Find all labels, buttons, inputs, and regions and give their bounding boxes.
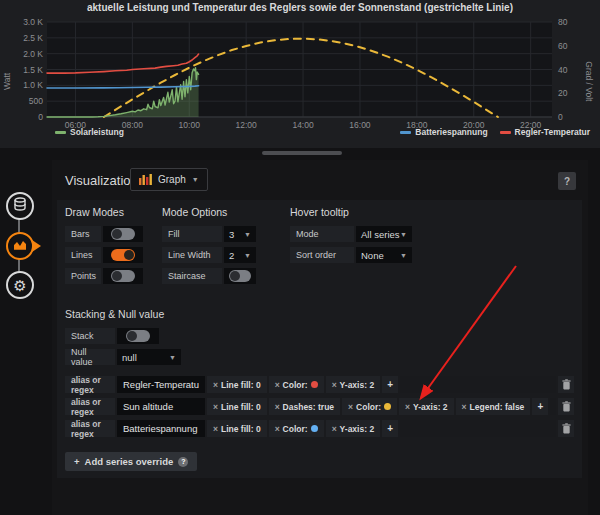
viz-type-picker[interactable]: Graph ▼ <box>130 168 208 191</box>
legend-item-batteriespannung[interactable]: Batteriespannung <box>400 127 487 137</box>
line-width-select[interactable]: 2▼ <box>224 247 256 263</box>
override-tag-dashes-true[interactable]: ×Dashes: true <box>269 398 340 415</box>
add-override-option-button[interactable]: + <box>382 376 398 393</box>
legend-marker-icon <box>55 131 66 134</box>
override-tag-color[interactable]: ×Color: <box>269 376 324 393</box>
add-series-override-button[interactable]: + Add series override ? <box>65 452 197 471</box>
legend-item-regler-temperatur[interactable]: Regler-Temperatur <box>500 127 590 137</box>
override-tag-label: Y-axis: 2 <box>413 402 448 412</box>
override-tag-color[interactable]: ×Color: <box>269 420 324 437</box>
visualization-editor: Visualization Graph ▼ ? Draw ModesBarsLi… <box>52 160 588 515</box>
label-staircase: Staircase <box>162 268 222 284</box>
override-row-regler-temperatur: alias or regex×Line fill: 0×Color:×Y-axi… <box>65 376 574 393</box>
svg-text:0: 0 <box>38 112 43 122</box>
remove-icon[interactable]: × <box>275 402 280 412</box>
alias-or-regex-label: alias or regex <box>65 376 115 393</box>
override-tag-label: Y-axis: 2 <box>340 424 375 434</box>
svg-text:500: 500 <box>29 96 43 106</box>
delete-override-button[interactable] <box>558 376 574 393</box>
points-toggle[interactable] <box>111 270 135 282</box>
add-override-option-button[interactable]: + <box>382 420 398 437</box>
null-value-select[interactable]: null▼ <box>117 349 181 365</box>
form-row-lines: Lines <box>65 247 143 263</box>
form-row-points: Points <box>65 268 143 284</box>
lines-toggle[interactable] <box>111 249 135 261</box>
override-tag-label: Dashes: true <box>283 402 335 412</box>
remove-icon[interactable]: × <box>275 424 280 434</box>
help-circle-icon: ? <box>178 457 188 467</box>
label-mode: Mode <box>290 226 354 242</box>
form-row-staircase: Staircase <box>162 268 256 284</box>
remove-icon[interactable]: × <box>275 380 280 390</box>
remove-icon[interactable]: × <box>348 402 353 412</box>
form-row-bars: Bars <box>65 226 143 242</box>
chevron-down-icon: ▼ <box>192 176 199 183</box>
general-settings-tab[interactable]: ⚙ <box>6 271 34 299</box>
remove-icon[interactable]: × <box>213 380 218 390</box>
override-alias-input[interactable] <box>117 376 205 393</box>
override-row-spacer <box>400 420 556 437</box>
section-title-hover-tooltip: Hover tooltip <box>290 206 412 218</box>
form-row-null-value: Null valuenull▼ <box>65 349 181 365</box>
remove-icon[interactable]: × <box>213 424 218 434</box>
chevron-down-icon: ▼ <box>400 231 407 238</box>
points-toggle-cell <box>103 268 143 284</box>
label-fill: Fill <box>162 226 222 242</box>
lines-toggle-cell <box>103 247 143 263</box>
fill-select[interactable]: 3▼ <box>224 226 256 242</box>
svg-text:3.0 K: 3.0 K <box>23 17 43 27</box>
override-row-batteriespannung: alias or regex×Line fill: 0×Color:×Y-axi… <box>65 420 574 437</box>
override-tag-label: Color: <box>283 380 308 390</box>
remove-icon[interactable]: × <box>405 402 410 412</box>
override-tag-line-fill-0[interactable]: ×Line fill: 0 <box>207 398 267 415</box>
override-tag-label: Color: <box>356 402 381 412</box>
label-stack: Stack <box>65 328 115 344</box>
form-row-fill: Fill3▼ <box>162 226 256 242</box>
visualization-tab[interactable] <box>6 232 34 260</box>
editor-options-card: Draw ModesBarsLinesPoints Mode OptionsFi… <box>57 200 582 478</box>
delete-override-button[interactable] <box>558 420 574 437</box>
override-tag-color[interactable]: ×Color: <box>342 398 397 415</box>
staircase-toggle-cell <box>224 268 256 284</box>
label-line-width: Line Width <box>162 247 222 263</box>
sort-order-select[interactable]: None▼ <box>356 247 412 263</box>
override-tag-label: Line fill: 0 <box>221 380 261 390</box>
mode-select[interactable]: All series▼ <box>356 226 412 242</box>
svg-text:60: 60 <box>558 41 568 51</box>
remove-icon[interactable]: × <box>332 380 337 390</box>
override-tag-line-fill-0[interactable]: ×Line fill: 0 <box>207 376 267 393</box>
override-row-sun-altitude: alias or regex×Line fill: 0×Dashes: true… <box>65 398 574 415</box>
chart-legend: Solarleistung BatteriespannungRegler-Tem… <box>55 124 590 140</box>
add-override-option-button[interactable]: + <box>532 398 548 415</box>
remove-icon[interactable]: × <box>332 424 337 434</box>
override-tag-line-fill-0[interactable]: ×Line fill: 0 <box>207 420 267 437</box>
label-bars: Bars <box>65 226 101 242</box>
remove-icon[interactable]: × <box>462 402 467 412</box>
label-lines: Lines <box>65 247 101 263</box>
stack-toggle-cell <box>117 328 159 344</box>
override-tag-y-axis-2[interactable]: ×Y-axis: 2 <box>326 420 380 437</box>
override-tag-y-axis-2[interactable]: ×Y-axis: 2 <box>399 398 453 415</box>
svg-text:Grad / Volt: Grad / Volt <box>584 61 594 102</box>
delete-override-button[interactable] <box>558 398 574 415</box>
staircase-toggle[interactable] <box>229 270 251 282</box>
override-tag-label: Line fill: 0 <box>221 402 261 412</box>
label-points: Points <box>65 268 101 284</box>
help-button[interactable]: ? <box>558 172 576 190</box>
override-tag-y-axis-2[interactable]: ×Y-axis: 2 <box>326 376 380 393</box>
section-title-draw-modes: Draw Modes <box>65 206 143 218</box>
remove-icon[interactable]: × <box>213 402 218 412</box>
label-null-value: Null value <box>65 349 115 365</box>
override-alias-input[interactable] <box>117 398 205 415</box>
bars-toggle[interactable] <box>111 228 135 240</box>
override-row-spacer <box>550 398 556 415</box>
panel-resize-handle[interactable] <box>262 151 342 155</box>
svg-text:40: 40 <box>558 65 568 75</box>
stack-toggle[interactable] <box>126 330 150 342</box>
svg-text:2.5 K: 2.5 K <box>23 33 43 43</box>
override-alias-input[interactable] <box>117 420 205 437</box>
form-row-mode: ModeAll series▼ <box>290 226 412 242</box>
override-tag-legend-false[interactable]: ×Legend: false <box>456 398 531 415</box>
queries-tab[interactable] <box>6 192 34 220</box>
legend-item-solarleistung[interactable]: Solarleistung <box>55 127 124 137</box>
